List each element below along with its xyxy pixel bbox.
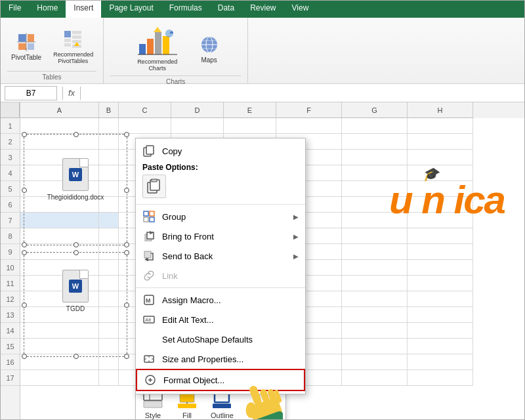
cell-b11[interactable] <box>99 276 119 291</box>
cell-g15[interactable] <box>342 339 408 354</box>
cell-b13[interactable] <box>99 307 119 323</box>
menu-item-size-props[interactable]: Size and Properties... <box>136 349 305 369</box>
svg-rect-3 <box>28 43 34 50</box>
menu-item-autoshape[interactable]: Set AutoShape Defaults <box>136 329 305 349</box>
paste-icon-default[interactable] <box>142 175 166 198</box>
cell-a6[interactable] <box>20 197 99 213</box>
cell-g3[interactable] <box>342 150 408 165</box>
recommended-pivot-button[interactable]: Recommended PivotTables <box>49 26 96 67</box>
cell-b5[interactable] <box>99 181 119 197</box>
cell-g14[interactable] <box>342 323 408 339</box>
pivot-table-button[interactable]: ↑ PivotTable <box>7 29 45 64</box>
cell-g17[interactable] <box>342 370 408 386</box>
cell-g13[interactable] <box>342 307 408 323</box>
cell-h3[interactable] <box>408 150 473 165</box>
cell-a12[interactable] <box>20 291 99 307</box>
cell-a10[interactable] <box>20 260 99 276</box>
menu-item-send-back[interactable]: Send to Back ▶ <box>136 246 305 266</box>
menu-item-copy[interactable]: Copy <box>136 141 305 161</box>
cell-a13[interactable] <box>20 307 99 323</box>
cell-d1[interactable] <box>171 118 224 134</box>
cell-g12[interactable] <box>342 291 408 307</box>
cell-a2[interactable] <box>20 134 99 150</box>
maps-label: Maps <box>201 56 217 64</box>
cell-b17[interactable] <box>99 370 119 386</box>
send-back-icon <box>142 249 156 262</box>
cell-a17[interactable] <box>20 370 99 386</box>
cell-a7[interactable] <box>20 213 99 228</box>
cell-h2[interactable] <box>408 134 473 150</box>
tab-formulas[interactable]: Formulas <box>161 1 210 18</box>
cell-b10[interactable] <box>99 260 119 276</box>
cell-b4[interactable] <box>99 165 119 181</box>
cell-b6[interactable] <box>99 197 119 213</box>
link-label: Link <box>162 271 299 281</box>
cell-a11[interactable] <box>20 276 99 291</box>
cell-a14[interactable] <box>20 323 99 339</box>
maps-button[interactable]: Maps <box>195 32 224 66</box>
cell-a15[interactable] <box>20 339 99 354</box>
cell-b2[interactable] <box>99 134 119 150</box>
tab-file[interactable]: File <box>1 1 29 18</box>
format-fill-button[interactable]: Fill <box>177 391 198 419</box>
send-back-arrow: ▶ <box>293 253 299 260</box>
tab-data[interactable]: Data <box>210 1 242 18</box>
cell-b8[interactable] <box>99 228 119 244</box>
cell-g2[interactable] <box>342 134 408 150</box>
tab-page-layout[interactable]: Page Layout <box>101 1 161 18</box>
menu-item-group[interactable]: Group ▶ <box>136 207 305 226</box>
cell-b14[interactable] <box>99 323 119 339</box>
cell-h13[interactable] <box>408 307 473 323</box>
tab-home[interactable]: Home <box>29 1 66 18</box>
format-style-button[interactable]: Style <box>142 391 163 419</box>
cell-h12[interactable] <box>408 291 473 307</box>
cell-g1[interactable] <box>342 118 408 134</box>
format-outline-button[interactable]: Outline <box>211 391 234 419</box>
cell-b3[interactable] <box>99 150 119 165</box>
cell-h10[interactable] <box>408 260 473 276</box>
cell-b9[interactable] <box>99 244 119 260</box>
cell-h8[interactable] <box>408 228 473 244</box>
cell-g16[interactable] <box>342 354 408 370</box>
cell-b1[interactable] <box>99 118 119 134</box>
cell-h1[interactable] <box>408 118 473 134</box>
cell-f1[interactable] <box>276 118 342 134</box>
cell-h14[interactable] <box>408 323 473 339</box>
cell-g11[interactable] <box>342 276 408 291</box>
cell-a4[interactable] <box>20 165 99 181</box>
cell-b12[interactable] <box>99 291 119 307</box>
charts-section-label: Charts <box>110 75 241 85</box>
menu-item-assign-macro[interactable]: M Assign Macro... <box>136 290 305 310</box>
name-box[interactable] <box>5 86 57 100</box>
cell-a16[interactable] <box>20 354 99 370</box>
cell-g9[interactable] <box>342 244 408 260</box>
cell-b16[interactable] <box>99 354 119 370</box>
row-1: 1 <box>1 118 20 134</box>
tab-view[interactable]: View <box>284 1 317 18</box>
row-17: 17 <box>1 370 20 386</box>
menu-item-bring-front[interactable]: Bring to Front ▶ <box>136 226 305 246</box>
tab-review[interactable]: Review <box>242 1 284 18</box>
cell-a8[interactable] <box>20 228 99 244</box>
cell-b7[interactable] <box>99 213 119 228</box>
cell-g8[interactable] <box>342 228 408 244</box>
recommended-charts-button[interactable]: Recommended Charts <box>128 23 187 74</box>
cell-e1[interactable] <box>224 118 276 134</box>
cell-a3[interactable] <box>20 150 99 165</box>
hand-cursor <box>237 379 283 420</box>
maps-icon <box>199 34 220 55</box>
ribbon: ↑ PivotTable <box>1 18 524 84</box>
cell-h15[interactable] <box>408 339 473 354</box>
cell-b15[interactable] <box>99 339 119 354</box>
cell-a9[interactable] <box>20 244 99 260</box>
cell-a1[interactable] <box>20 118 99 134</box>
cell-g10[interactable] <box>342 260 408 276</box>
cell-a5[interactable] <box>20 181 99 197</box>
cell-c1[interactable] <box>119 118 171 134</box>
cell-h11[interactable] <box>408 276 473 291</box>
menu-item-edit-alt[interactable]: Alt Edit Alt Text... <box>136 310 305 329</box>
tab-insert[interactable]: Insert <box>66 1 101 18</box>
cell-h16[interactable] <box>408 354 473 370</box>
cell-h9[interactable] <box>408 244 473 260</box>
cell-h17[interactable] <box>408 370 473 386</box>
